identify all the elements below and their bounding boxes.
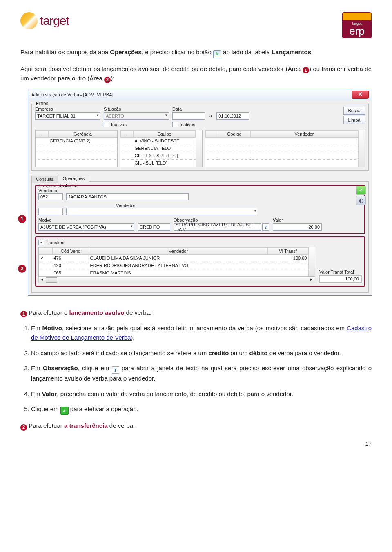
edit-icon: ✎ [213, 50, 221, 58]
callout-1-icon: 1 [303, 67, 309, 73]
confirm-small-icon: ✔ [60, 407, 69, 415]
data-end-input[interactable]: 01.10.2012 [216, 112, 249, 120]
motivo-label: Motivo [38, 218, 134, 223]
empresa-select[interactable]: TARGET FILIAL 01 [35, 112, 100, 120]
lead-2: 2 Para efetuar a transferência de verba: [20, 421, 372, 431]
area-2-highlight: ✓Transferir Cód VendVendedorVl Transf ✓4… [35, 236, 365, 287]
step-3: Em Observação, clique em T para abrir a … [31, 363, 372, 383]
tab-operacoes[interactable]: Operações [58, 175, 89, 182]
valor-transf-input: 100,00 [319, 275, 362, 283]
callout-area-1: 1 [18, 215, 26, 223]
inativas-checkbox[interactable]: Inativas [104, 122, 169, 127]
erp-badge-main: erp [349, 26, 365, 36]
vendedor2-code-input[interactable] [38, 208, 63, 215]
callout-1-icon: 1 [20, 311, 27, 317]
transfer-scrollbar[interactable] [308, 247, 315, 276]
callout-2-icon: 2 [104, 77, 111, 83]
text-dialog-icon[interactable]: T [262, 223, 270, 231]
step-4: Em Valor, preencha com o valor da verba … [31, 389, 372, 398]
data-label: Data [172, 107, 258, 111]
steps-list: Em Motivo, selecione a razão pela qual e… [20, 323, 372, 415]
data-sep: a [208, 112, 213, 119]
situacao-label: Situação [104, 107, 169, 111]
situacao-select[interactable]: ABERTO [104, 112, 169, 120]
filtros-legend: Filtros [34, 101, 50, 106]
vendedor-scrollbar[interactable] [358, 130, 365, 167]
titlebar: Administração de Verba - [ADM_VERBA] ✕ [28, 89, 372, 100]
step-1: Em Motivo, selecione a razão pela qual e… [31, 323, 372, 343]
vendedor2-select[interactable] [66, 208, 258, 215]
empresa-label: Empresa [35, 107, 100, 111]
vendedor-name-input[interactable]: JACIARA SANTOS [66, 193, 189, 200]
busca-button[interactable]: Busca [343, 107, 365, 115]
inativos-checkbox[interactable]: Inativos [172, 122, 258, 127]
callout-area-2: 2 [18, 265, 26, 273]
erp-badge: target erp [342, 12, 372, 38]
limpa-button[interactable]: Limpa [343, 116, 365, 124]
vendedor-label: Vendedor [38, 188, 58, 193]
callout-2-icon: 2 [20, 424, 27, 431]
vendedor2-label: Vendedor [116, 203, 135, 208]
tab-body: Lançamento Avulso ✔ ◐ Vendedor 052 JACIA… [31, 181, 369, 293]
observacao-input[interactable]: SERÁ PRECISO FAZER O REAJUSTE DA V [174, 223, 261, 231]
logo-text: target [40, 14, 69, 28]
text-dialog-icon: T [112, 366, 119, 374]
motivo-select[interactable]: AJUSTE DE VERBA (POSITIVA) [38, 223, 134, 231]
intro-paragraph-2: Aqui será possível efetuar os lançamento… [20, 64, 372, 83]
transferir-checkbox[interactable]: ✓Transferir [38, 240, 315, 245]
filtros-fieldset: Filtros Empresa TARGET FILIAL 01 Situaçã… [31, 104, 369, 171]
cancel-icon[interactable]: ◐ [356, 196, 366, 205]
valor-transf-label: Valor Transf Total [319, 269, 362, 274]
valor-label: Valor [273, 218, 322, 223]
equipe-scrollbar[interactable] [196, 130, 202, 167]
step-2: No campo ao lado será indicado se o lanç… [31, 348, 372, 358]
tab-consulta[interactable]: Consulta [31, 176, 58, 183]
tipo-input: CREDITO [138, 223, 170, 231]
valor-input[interactable]: 20,00 [273, 223, 322, 231]
screenshot-window: Administração de Verba - [ADM_VERBA] ✕ F… [28, 89, 372, 296]
logo-swirl-icon [20, 12, 38, 29]
confirm-icon[interactable]: ✔ [356, 186, 366, 195]
intro-paragraph-1: Para habilitar os campos da aba Operaçõe… [20, 47, 372, 58]
page-number: 17 [20, 441, 372, 447]
vendedor-code-input[interactable]: 052 [38, 193, 63, 200]
window-title: Administração de Verba - [ADM_VERBA] [31, 92, 114, 97]
logo: target [20, 12, 69, 29]
step-5: Clique em ✔ para efetivar a operação. [31, 404, 372, 415]
lead-1: 1 Para efetuar o lançamento avulso de ve… [20, 308, 372, 318]
close-icon[interactable]: ✕ [352, 91, 369, 99]
area-1-highlight: ✔ ◐ Vendedor 052 JACIARA SANTOS Vendedor [35, 185, 365, 234]
data-start-input[interactable] [172, 112, 205, 120]
transfer-hscrollbar[interactable]: ◂▸ [38, 277, 315, 283]
